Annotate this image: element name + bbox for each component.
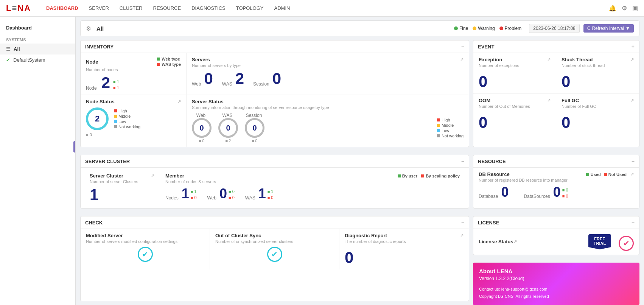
out-cluster-sync-card: Out of Cluster Sync Number of unsynchron…: [210, 229, 339, 269]
resource-panel-header: RESOURCE −: [473, 155, 639, 168]
warning-badge: Warning: [473, 26, 495, 31]
diagnostic-report-card: Diagnostic Report ↗ The number of diagno…: [339, 229, 469, 269]
warning-dot: [473, 26, 476, 30]
nav-cluster[interactable]: CLUSTER: [120, 5, 143, 11]
resource-title: RESOURCE: [478, 159, 506, 164]
status-badges: Fine Warning Problem: [454, 26, 521, 31]
sidebar-item-default[interactable]: ✔ DefaultSystem: [0, 54, 75, 65]
check-panel-header: CHECK −: [81, 216, 469, 229]
fine-badge: Fine: [454, 26, 468, 31]
nav-resource[interactable]: RESOURCE: [153, 5, 181, 11]
event-title: Event: [478, 44, 494, 50]
oom-ext-link[interactable]: ↗: [547, 98, 551, 103]
sidebar-item-all-label: All: [14, 46, 20, 52]
stuck-thread-card: Stuck Thread ↗ Number of stuck thread 0: [556, 53, 639, 94]
server-cluster-count-card: Server Cluster ↗ Number of server Cluste…: [84, 171, 160, 204]
event-grid: Exception ↗ Number of exceptions 0 Stuck…: [473, 53, 639, 134]
inventory-collapse[interactable]: −: [461, 44, 464, 50]
db-database: Database 0: [479, 185, 509, 199]
app-logo: L≡NA: [6, 3, 31, 13]
menu-icon[interactable]: ▣: [632, 5, 638, 12]
notification-icon[interactable]: 🔔: [609, 5, 616, 12]
sidebar-item-all[interactable]: ☰ All: [0, 44, 75, 54]
event-panel-header: Event +: [473, 40, 639, 53]
server-status-session-circle: 0: [245, 118, 264, 138]
servers-ext-link[interactable]: ↗: [460, 57, 464, 62]
servers-card: Servers ↗ Number of servers by type Web …: [187, 53, 469, 95]
sidebar-section-systems: Systems: [0, 34, 75, 44]
event-panel: Event + Exception ↗ Number of exceptions…: [473, 40, 639, 147]
server-status-card: Server Status Summary information throug…: [187, 95, 469, 147]
resource-collapse[interactable]: −: [632, 158, 635, 164]
refresh-icon: C: [587, 26, 591, 31]
nav-diagnostics[interactable]: DIAGNOSTICS: [191, 5, 226, 11]
member-nodes: Nodes 1 ■ 1 ■ 0: [165, 187, 197, 201]
node-counts: ■ 1 ■ 1: [113, 79, 119, 91]
exception-card: Exception ↗ Number of exceptions 0: [473, 53, 556, 94]
full-gc-card: Full GC ↗ Number of Full GC 0: [556, 94, 639, 134]
license-check: ✔: [619, 236, 634, 251]
modified-server-card: Modified Server Number of servers modifi…: [81, 229, 210, 269]
problem-badge: Problem: [499, 26, 522, 31]
content-header: ⚙ All Fine Warning Problem 2023-06-26 18…: [80, 20, 639, 36]
db-resource-ext-link[interactable]: ↗: [630, 172, 634, 177]
db-datasources: DataSources 0 ■ 0 ■ 0: [524, 185, 568, 199]
sidebar: Dashboard Systems ☰ All ✔ DefaultSystem: [0, 17, 76, 305]
license-title: LICENSE: [478, 220, 499, 226]
node-status-legend: High Middle Low Not working: [114, 109, 140, 129]
check-panel: CHECK − Modified Server Number of server…: [80, 216, 469, 301]
exception-ext-link[interactable]: ↗: [547, 57, 551, 62]
datetime-display: 2023-06-26 18:17:08: [529, 24, 579, 33]
node-status-card: Node Status ↗ 2 High Middle Low Not work…: [81, 95, 187, 147]
license-panel: LICENSE − License Status ↗ FREE: [473, 216, 639, 255]
license-ext-link[interactable]: ↗: [513, 239, 517, 244]
list-icon: ☰: [6, 46, 11, 52]
nav-topology[interactable]: TOPOLOGY: [236, 5, 264, 11]
servers-card-title: Servers ↗: [192, 57, 464, 62]
event-collapse[interactable]: +: [632, 44, 635, 50]
oom-card: OOM ↗ Number of Out of Memories 0: [473, 94, 556, 134]
stuck-thread-ext-link[interactable]: ↗: [630, 57, 634, 62]
resource-panel: RESOURCE − DB Resource Used Not Used ↗: [473, 155, 639, 209]
full-gc-ext-link[interactable]: ↗: [630, 98, 634, 103]
server-cluster-ext-link[interactable]: ↗: [151, 173, 154, 178]
modified-server-check: ✔: [138, 247, 153, 262]
member-web: Web 0 ■ 0 ■ 0: [207, 187, 235, 201]
free-trial-badge: FREE TRIAL: [588, 234, 611, 249]
node-card: Node Web type WAS type Number of nodes N…: [81, 53, 187, 95]
sidebar-item-default-label: DefaultSystem: [13, 57, 45, 63]
node-card-title: Node Web type WAS type: [86, 57, 181, 67]
member-card: Member By user By scaling policy Number …: [160, 171, 465, 204]
main-content: ⚙ All Fine Warning Problem 2023-06-26 18…: [76, 17, 644, 305]
inventory-panel: Inventory − Node Web type WAS type: [80, 40, 469, 147]
node-legend: Web type WAS type: [157, 57, 181, 67]
page-title: All: [96, 25, 450, 32]
check-collapse[interactable]: −: [461, 219, 464, 226]
sidebar-title: Dashboard: [0, 23, 75, 34]
nav-dashboard[interactable]: DASHBOARD: [46, 5, 78, 11]
fine-dot: [454, 26, 458, 30]
nav-server[interactable]: SERVER: [89, 5, 109, 11]
server-cluster-collapse[interactable]: −: [461, 158, 464, 164]
server-status-web-circle: 0: [192, 118, 212, 138]
filter-icon: ⚙: [86, 25, 91, 32]
server-cluster-panel: SERVER CLUSTER − Server Cluster ↗ Number…: [80, 155, 469, 209]
about-lena: About LENA Version 1.3.2.2(Cloud) Contac…: [473, 263, 639, 305]
problem-dot: [499, 26, 503, 30]
server-status-title: Server Status: [192, 99, 464, 104]
db-resource-card: DB Resource Used Not Used ↗ Number of re…: [473, 168, 639, 203]
out-cluster-sync-check: ✔: [267, 247, 282, 262]
top-navigation: L≡NA DASHBOARD SERVER CLUSTER RESOURCE D…: [0, 0, 644, 17]
settings-icon[interactable]: ⚙: [622, 5, 627, 12]
check-circle-icon: ✔: [6, 57, 10, 63]
refresh-interval-button[interactable]: C Refresh Interval ▼: [583, 24, 634, 33]
server-status-legend: High Middle Low Not working: [437, 118, 464, 138]
node-status-ext-link[interactable]: ↗: [177, 99, 181, 104]
node-status-circle: 2: [86, 107, 109, 130]
diagnostic-report-ext-link[interactable]: ↗: [460, 233, 464, 238]
license-collapse[interactable]: −: [632, 219, 635, 226]
nav-admin[interactable]: ADMIN: [274, 5, 290, 11]
license-panel-header: LICENSE −: [473, 216, 639, 229]
inventory-panel-header: Inventory −: [81, 40, 469, 53]
server-status-was-circle: 0: [218, 118, 238, 138]
